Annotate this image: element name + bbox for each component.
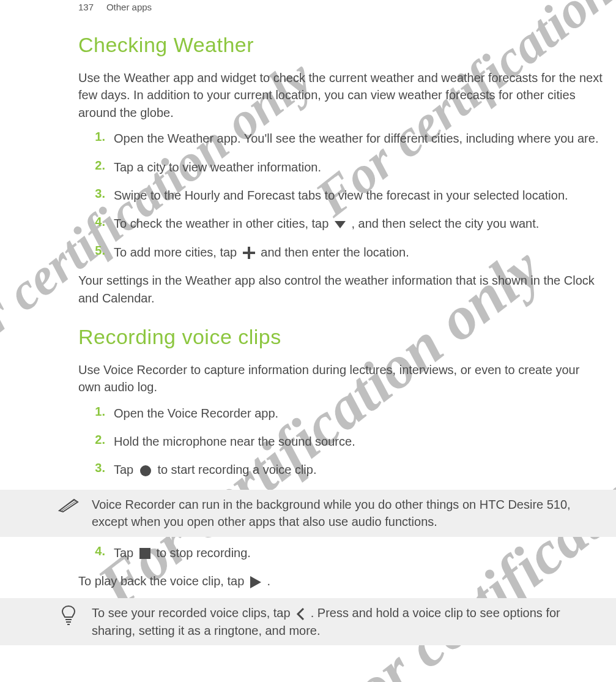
step-number: 1. xyxy=(89,405,105,419)
step-number: 4. xyxy=(89,544,105,558)
weather-intro: Use the Weather app and widget to check … xyxy=(78,69,604,121)
recording-steps-cont: 4. Tap to stop recording. xyxy=(78,544,604,561)
step-text-part: To add more cities, tap xyxy=(114,245,240,259)
svg-rect-6 xyxy=(139,548,150,559)
list-item: 2. Hold the microphone near the sound so… xyxy=(78,433,604,450)
step-number: 5. xyxy=(89,244,105,258)
step-text: Tap a city to view weather information. xyxy=(114,159,604,176)
play-icon xyxy=(250,576,261,588)
header-section: Other apps xyxy=(106,2,152,12)
section-title-recording: Recording voice clips xyxy=(78,325,604,349)
step-text: To check the weather in other cities, ta… xyxy=(114,215,604,232)
list-item: 1. Open the Voice Recorder app. xyxy=(78,405,604,422)
page: For certification only For certification… xyxy=(0,0,616,682)
record-icon xyxy=(139,465,152,477)
weather-steps: 1. Open the Weather app. You'll see the … xyxy=(78,130,604,261)
svg-rect-2 xyxy=(243,252,255,254)
step-number: 1. xyxy=(89,130,105,144)
list-item: 2. Tap a city to view weather informatio… xyxy=(78,159,604,176)
lightbulb-icon xyxy=(56,604,81,625)
list-item: 5. To add more cities, tap and then ente… xyxy=(78,244,604,261)
playback-instruction: To play back the voice clip, tap . xyxy=(78,572,604,590)
svg-point-3 xyxy=(140,465,151,476)
text-part: . xyxy=(267,574,270,588)
step-text: Open the Weather app. You'll see the wea… xyxy=(114,130,604,147)
step-text-part: and then enter the location. xyxy=(261,245,409,259)
list-item: 4. To check the weather in other cities,… xyxy=(78,215,604,232)
page-header: 137 Other apps xyxy=(78,2,152,12)
stop-icon xyxy=(139,548,150,559)
recording-steps: 1. Open the Voice Recorder app. 2. Hold … xyxy=(78,405,604,479)
step-text: Open the Voice Recorder app. xyxy=(114,405,604,422)
step-text-part: , and then select the city you want. xyxy=(351,217,539,230)
step-text: To add more cities, tap and then enter t… xyxy=(114,244,604,261)
step-number: 4. xyxy=(89,215,105,229)
step-text-part: To check the weather in other cities, ta… xyxy=(114,217,332,230)
step-text: Tap to start recording a voice clip. xyxy=(114,461,604,478)
tip-box: To see your recorded voice clips, tap . … xyxy=(0,598,616,645)
page-number: 137 xyxy=(78,2,94,12)
recording-intro: Use Voice Recorder to capture informatio… xyxy=(78,361,604,396)
step-text: Tap to stop recording. xyxy=(114,544,604,561)
note-text: Voice Recorder can run in the background… xyxy=(92,496,603,531)
text-part: To play back the voice clip, tap xyxy=(78,574,248,588)
weather-outro: Your settings in the Weather app also co… xyxy=(78,272,604,307)
step-text-part: Tap xyxy=(114,463,137,476)
section-title-weather: Checking Weather xyxy=(78,33,604,57)
step-number: 3. xyxy=(89,187,105,201)
page-content: Checking Weather Use the Weather app and… xyxy=(78,24,604,653)
step-number: 2. xyxy=(89,159,105,173)
step-text-part: to start recording a voice clip. xyxy=(157,463,316,476)
svg-marker-0 xyxy=(335,221,346,228)
dropdown-icon xyxy=(335,221,346,228)
step-text: Hold the microphone near the sound sourc… xyxy=(114,433,604,450)
plus-icon xyxy=(243,247,255,259)
note-box: Voice Recorder can run in the background… xyxy=(0,490,616,537)
list-item: 4. Tap to stop recording. xyxy=(78,544,604,561)
text-part: To see your recorded voice clips, tap xyxy=(92,606,294,620)
step-text-part: Tap xyxy=(114,546,137,560)
step-text-part: to stop recording. xyxy=(156,546,251,560)
step-text: Swipe to the Hourly and Forecast tabs to… xyxy=(114,187,604,204)
list-item: 3. Tap to start recording a voice clip. xyxy=(78,461,604,478)
back-icon xyxy=(296,607,305,621)
step-number: 2. xyxy=(89,433,105,447)
svg-line-5 xyxy=(62,501,76,511)
list-item: 3. Swipe to the Hourly and Forecast tabs… xyxy=(78,187,604,204)
list-item: 1. Open the Weather app. You'll see the … xyxy=(78,130,604,147)
svg-marker-7 xyxy=(250,576,261,588)
note-icon xyxy=(56,496,81,513)
tip-text: To see your recorded voice clips, tap . … xyxy=(92,604,603,639)
step-number: 3. xyxy=(89,461,105,475)
